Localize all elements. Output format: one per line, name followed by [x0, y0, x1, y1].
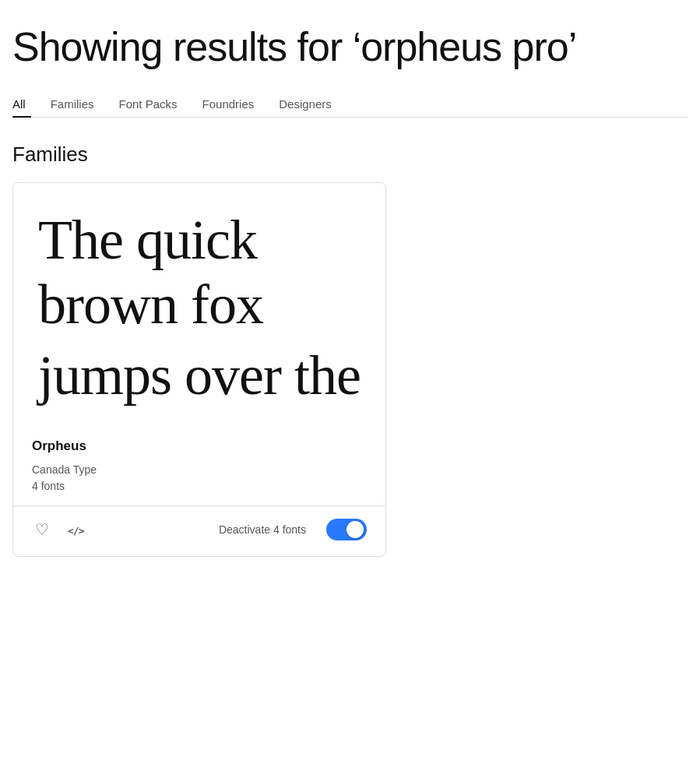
font-card: The quickbrown foxjumps over the Orpheus…	[12, 182, 386, 557]
embed-code-button[interactable]	[65, 519, 86, 541]
activate-toggle[interactable]	[326, 519, 367, 540]
font-meta: Canada Type 4 fonts	[32, 462, 367, 495]
font-foundry: Canada Type	[32, 462, 367, 478]
font-name: Orpheus	[32, 438, 367, 454]
tab-designers[interactable]: Designers	[279, 91, 332, 117]
tab-families[interactable]: Families	[51, 91, 94, 117]
tabs-nav: All Families Font Packs Foundries Design…	[12, 91, 688, 118]
heart-icon	[35, 520, 49, 539]
code-icon	[68, 522, 83, 538]
deactivate-label: Deactivate 4 fonts	[219, 523, 306, 536]
font-preview-overflow: jumps over the	[38, 344, 361, 407]
font-preview-text: The quickbrown foxjumps over the	[38, 208, 361, 401]
favorite-button[interactable]	[32, 517, 52, 542]
tab-foundries[interactable]: Foundries	[202, 91, 255, 117]
tab-all[interactable]: All	[12, 91, 26, 117]
font-count: 4 fonts	[32, 478, 367, 495]
font-preview-area[interactable]: The quickbrown foxjumps over the	[13, 183, 385, 424]
families-section-title: Families	[12, 143, 688, 167]
font-info: Orpheus Canada Type 4 fonts	[13, 424, 385, 495]
toggle-slider	[326, 519, 367, 540]
font-actions-bar: Deactivate 4 fonts	[13, 506, 385, 556]
tab-font-packs[interactable]: Font Packs	[119, 91, 178, 117]
search-results-title: Showing results for ‘orpheus pro’	[12, 25, 688, 69]
